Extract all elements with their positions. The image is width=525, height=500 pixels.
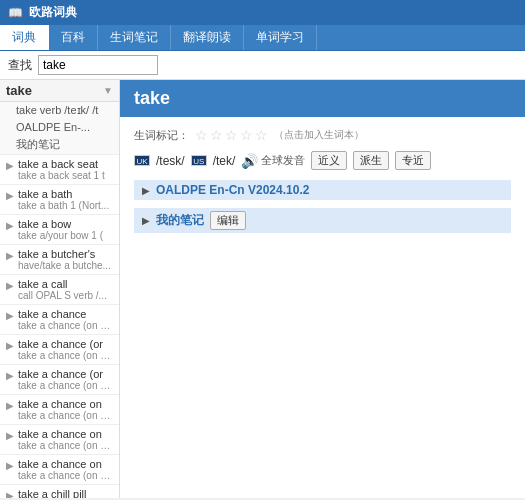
left-item-sub: take a/your bow 1 ( [18,230,113,241]
left-item-sub: take a back seat 1 t [18,170,113,181]
left-list-item[interactable]: ▶ take a chance on take a chance (on s..… [0,425,119,455]
tab-fanyi[interactable]: 翻译朗读 [171,25,244,50]
left-item-arrow: ▶ [6,280,14,291]
left-item-arrow: ▶ [6,430,14,441]
left-item-sub: take a chance (on s... [18,320,113,331]
left-list-item[interactable]: ▶ take a back seat take a back seat 1 t [0,155,119,185]
rating-label: 生词标记： [134,128,189,143]
left-sub-item-verb[interactable]: take verb /teɪk/ /t [0,102,119,119]
search-bar: 查找 [0,51,525,80]
left-item-content: take a chance (or take a chance (on s... [18,338,113,361]
left-item-content: take a bow take a/your bow 1 ( [18,218,113,241]
tab-danci[interactable]: 单词学习 [244,25,317,50]
left-item-content: take a chance on take a chance (on s... [18,458,113,481]
btn-derive[interactable]: 派生 [353,151,389,170]
left-item-arrow: ▶ [6,250,14,261]
star-3[interactable]: ☆ [225,127,238,143]
left-items-list: ▶ take a back seat take a back seat 1 t … [0,155,119,498]
left-item-title: take a call [18,278,113,290]
left-word-label: take [6,83,32,98]
left-item-title: take a chance (or [18,368,113,380]
left-item-title: take a chill pill [18,488,113,498]
left-panel: take ▼ take verb /teɪk/ /t OALDPE En-...… [0,80,120,498]
left-item-sub: take a chance (on s... [18,470,113,481]
star-4[interactable]: ☆ [240,127,253,143]
left-item-title: take a chance on [18,398,113,410]
left-item-arrow: ▶ [6,490,14,498]
star-1[interactable]: ☆ [195,127,208,143]
tab-shengci[interactable]: 生词笔记 [98,25,171,50]
left-item-title: take a back seat [18,158,113,170]
left-item-arrow: ▶ [6,220,14,231]
phonetic-us: /tek/ [213,154,236,168]
left-item-content: take a chance take a chance (on s... [18,308,113,331]
left-item-arrow: ▶ [6,370,14,381]
phonetic-row: UK /tesk/ US /tek/ 🔊 全球发音 近义 派生 专近 [134,151,511,170]
left-item-title: take a chance on [18,458,113,470]
left-list-item[interactable]: ▶ take a chance on take a chance (on s..… [0,455,119,485]
global-audio-label: 全球发音 [261,153,305,168]
left-item-arrow: ▶ [6,400,14,411]
left-list-item[interactable]: ▶ take a bow take a/your bow 1 ( [0,215,119,245]
left-sub-item-notes[interactable]: 我的笔记 [0,135,119,154]
top-bar: 📖 欧路词典 [0,0,525,25]
star-2[interactable]: ☆ [210,127,223,143]
left-item-title: take a butcher's [18,248,113,260]
left-sub-item-oaldpe[interactable]: OALDPE En-... [0,119,119,135]
flag-us: US [191,155,207,166]
left-item-title: take a chance [18,308,113,320]
left-item-sub: take a chance (on s... [18,410,113,421]
left-item-arrow: ▶ [6,190,14,201]
btn-special[interactable]: 专近 [395,151,431,170]
left-item-sub: take a chance (on s... [18,380,113,391]
flag-uk: UK [134,155,150,166]
left-item-title: take a chance on [18,428,113,440]
left-item-content: take a chance (or take a chance (on s... [18,368,113,391]
left-item-sub: call OPAL S verb /... [18,290,113,301]
dict-toggle-icon[interactable]: ▶ [142,185,150,196]
right-header: take [120,80,525,117]
left-item-arrow: ▶ [6,310,14,321]
left-list-item[interactable]: ▶ take a chill pill [0,485,119,498]
stars-container[interactable]: ☆ ☆ ☆ ☆ ☆ [195,127,268,143]
rating-hint: （点击加入生词本） [274,128,364,142]
left-list-item[interactable]: ▶ take a butcher's have/take a butche... [0,245,119,275]
dict-section-header[interactable]: ▶ OALDPE En-Cn V2024.10.2 [134,180,511,200]
search-label: 查找 [8,57,32,74]
phonetic-uk: /tesk/ [156,154,185,168]
rating-row: 生词标记： ☆ ☆ ☆ ☆ ☆ （点击加入生词本） [134,127,511,143]
btn-synonym[interactable]: 近义 [311,151,347,170]
left-top-arrow: ▼ [103,85,113,96]
left-item-sub: take a chance (on s... [18,350,113,361]
globe-icon: 🔊 [241,153,258,169]
left-item-title: take a bow [18,218,113,230]
left-list-item[interactable]: ▶ take a chance (or take a chance (on s.… [0,335,119,365]
app-title: 欧路词典 [29,4,77,21]
left-list-item[interactable]: ▶ take a bath take a bath 1 (Nort... [0,185,119,215]
left-item-content: take a chill pill [18,488,113,498]
left-item-sub: take a chance (on s... [18,440,113,451]
nav-tabs: 词典 百科 生词笔记 翻译朗读 单词学习 [0,25,525,51]
left-item-content: take a butcher's have/take a butche... [18,248,113,271]
left-list-item[interactable]: ▶ take a call call OPAL S verb /... [0,275,119,305]
dict-name: OALDPE En-Cn V2024.10.2 [156,183,309,197]
star-5[interactable]: ☆ [255,127,268,143]
left-item-arrow: ▶ [6,460,14,471]
notes-toggle-icon[interactable]: ▶ [142,215,150,226]
global-audio-container[interactable]: 🔊 全球发音 [241,153,305,169]
left-list-item[interactable]: ▶ take a chance take a chance (on s... [0,305,119,335]
notes-section-header: ▶ 我的笔记 编辑 [134,208,511,233]
left-top-word[interactable]: take ▼ [0,80,119,102]
left-list-item[interactable]: ▶ take a chance (or take a chance (on s.… [0,365,119,395]
left-list-item[interactable]: ▶ take a chance on take a chance (on s..… [0,395,119,425]
left-item-sub: take a bath 1 (Nort... [18,200,113,211]
search-input[interactable] [38,55,158,75]
notes-label: 我的笔记 [156,212,204,229]
left-item-sub: have/take a butche... [18,260,113,271]
left-item-content: take a chance on take a chance (on s... [18,428,113,451]
dict-section: ▶ OALDPE En-Cn V2024.10.2 [134,180,511,200]
notes-edit-button[interactable]: 编辑 [210,211,246,230]
tab-cidian[interactable]: 词典 [0,25,49,50]
left-item-content: take a chance on take a chance (on s... [18,398,113,421]
tab-baike[interactable]: 百科 [49,25,98,50]
